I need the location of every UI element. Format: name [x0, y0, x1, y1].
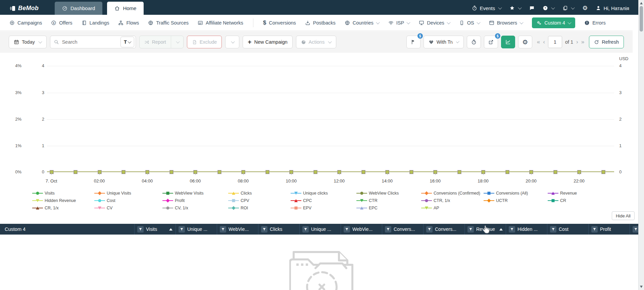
last-page-button[interactable]: » — [581, 39, 584, 45]
user-menu[interactable]: Hi, Наталія — [596, 5, 629, 11]
column-header-overflow[interactable] — [630, 224, 638, 235]
legend-item-cr[interactable]: CR — [548, 198, 566, 203]
legend-item-conversions-all[interactable]: Conversions (All) — [484, 191, 528, 196]
column-header-convers[interactable]: Convers... — [423, 224, 464, 235]
legend-item-ctr[interactable]: CTR — [356, 198, 378, 203]
search-type-button[interactable]: T — [120, 37, 134, 47]
nav-item-isp[interactable]: ISP — [388, 20, 410, 26]
legend-item-cv[interactable]: CV — [94, 205, 112, 211]
column-header-convers[interactable]: Convers... — [382, 224, 423, 235]
filter-funnel-icon[interactable] — [344, 226, 350, 233]
scroll-up-icon[interactable] — [640, 2, 643, 4]
report-dropdown-button[interactable] — [171, 36, 183, 48]
nav-item-devices[interactable]: Devices — [419, 20, 450, 26]
legend-item-epv[interactable]: EPV — [291, 205, 311, 211]
legend-item-profit[interactable]: Profit — [162, 198, 185, 203]
nav-item-postbacks[interactable]: Postbacks — [305, 20, 336, 26]
hide-all-button[interactable]: Hide All — [612, 211, 635, 220]
chat-button[interactable] — [529, 5, 535, 11]
legend-item-cr-1-x[interactable]: CR, 1/x — [32, 205, 59, 211]
legend-item-epc[interactable]: EPC — [356, 205, 378, 211]
help-dropdown[interactable]: ? — [543, 5, 554, 11]
filter-funnel-icon[interactable] — [467, 226, 474, 233]
scrollbar-thumb[interactable] — [640, 6, 643, 32]
column-settings-button[interactable]: ⚙ — [518, 36, 532, 48]
scroll-down-icon[interactable] — [640, 286, 643, 288]
nav-item-flows[interactable]: Flows — [118, 20, 139, 26]
legend-item-webview-clicks[interactable]: WebView Clicks — [356, 191, 399, 196]
chart-toggle-button[interactable] — [501, 36, 515, 48]
first-page-button[interactable]: « — [537, 39, 540, 45]
legend-item-clicks[interactable]: Clicks — [228, 191, 252, 196]
quick-view-button[interactable] — [467, 36, 481, 48]
table-group-column[interactable]: Custom 4 — [0, 224, 134, 235]
legend-item-cost[interactable]: Cost — [94, 198, 115, 203]
legend-item-unique-visits[interactable]: Unique Visits — [94, 191, 131, 196]
legend-item-cpv[interactable]: CPV — [228, 198, 249, 203]
filter-funnel-icon[interactable] — [179, 226, 185, 233]
docs-dropdown[interactable] — [562, 5, 574, 11]
filter-funnel-icon[interactable] — [509, 226, 515, 233]
column-header-revenue[interactable]: Revenue — [464, 224, 506, 235]
settings-button[interactable]: ⚙ — [582, 5, 588, 11]
legend-item-visits[interactable]: Visits — [32, 191, 55, 196]
nav-item-countries[interactable]: Countries — [345, 20, 379, 26]
favorites-dropdown[interactable] — [509, 5, 521, 11]
exclude-dropdown-button[interactable] — [225, 36, 239, 48]
legend-item-webview-visits[interactable]: WebView Visits — [162, 191, 203, 196]
bemob-logo[interactable]: BeMob — [10, 5, 39, 12]
legend-item-conversions-confirmed[interactable]: Conversions (Confirmed) — [421, 191, 480, 196]
nav-item-affiliate-networks[interactable]: Affiliate Networks — [198, 20, 243, 26]
nav-item-conversions[interactable]: $Conversions — [263, 20, 296, 26]
column-header-visits[interactable]: Visits — [134, 224, 176, 235]
filter-funnel-icon[interactable] — [591, 226, 598, 233]
filter-funnel-icon[interactable] — [426, 226, 433, 233]
column-header-profit[interactable]: Profit — [588, 224, 630, 235]
legend-item-roi[interactable]: ROI — [228, 205, 248, 211]
search-input[interactable] — [61, 39, 118, 45]
tab-dashboard[interactable]: Dashboard — [55, 2, 102, 15]
legend-item-ap[interactable]: AP — [421, 205, 439, 211]
column-header-cost[interactable]: Cost — [547, 224, 588, 235]
nav-item-landings[interactable]: Landings — [82, 20, 109, 26]
vertical-scrollbar[interactable] — [638, 0, 644, 290]
nav-item-offers[interactable]: $Offers — [51, 20, 72, 26]
column-header-hidden[interactable]: Hidden ... — [506, 224, 547, 235]
filter-funnel-icon[interactable] — [385, 226, 391, 233]
report-button[interactable]: Report — [140, 36, 171, 48]
tab-home[interactable]: Home — [107, 2, 144, 15]
legend-item-revenue[interactable]: Revenue — [548, 191, 577, 196]
column-header-webvie[interactable]: WebVie... — [341, 224, 382, 235]
prev-page-button[interactable]: ‹ — [543, 39, 545, 45]
nav-item-campaigns[interactable]: Campaigns — [9, 20, 42, 26]
nav-item-browsers[interactable]: Browsers — [489, 20, 523, 26]
legend-item-unique-clicks[interactable]: Unique clicks — [291, 191, 328, 196]
nav-item-traffic-sources[interactable]: Traffic Sources — [148, 20, 189, 26]
date-range-button[interactable]: Today — [9, 36, 47, 48]
nav-item-os[interactable]: OS — [459, 20, 480, 26]
legend-item-uctr[interactable]: UCTR — [484, 198, 508, 203]
legend-item-cpc[interactable]: CPC — [291, 198, 312, 203]
legend-item-cv-1-x[interactable]: CV, 1/x — [162, 205, 188, 211]
nav-item-errors[interactable]: Errors — [584, 20, 605, 26]
filter-funnel-icon[interactable] — [302, 226, 309, 233]
filter-funnel-icon[interactable] — [137, 226, 144, 233]
page-input[interactable] — [548, 36, 562, 48]
events-dropdown[interactable]: Events — [472, 5, 501, 11]
traffic-filter-dropdown[interactable]: With Tra... — [424, 36, 464, 48]
flag-filter-button[interactable]: $ — [406, 36, 420, 48]
export-button[interactable]: $ — [484, 36, 498, 48]
filter-funnel-icon[interactable] — [633, 226, 638, 233]
refresh-button[interactable]: Refresh — [589, 36, 624, 48]
exclude-button[interactable]: Exclude — [187, 36, 222, 48]
column-header-webvie[interactable]: WebVie... — [217, 224, 258, 235]
filter-funnel-icon[interactable] — [261, 226, 267, 233]
nav-item-custom-4[interactable]: Custom 4 — [532, 17, 575, 28]
filter-funnel-icon[interactable] — [550, 226, 556, 233]
column-header-unique[interactable]: Unique ... — [176, 224, 217, 235]
legend-item-hidden-revenue[interactable]: Hidden Revenue — [32, 198, 76, 203]
next-page-button[interactable]: › — [576, 39, 578, 45]
actions-button[interactable]: Actions — [296, 36, 337, 48]
column-header-unique[interactable]: Unique ... — [299, 224, 341, 235]
new-campaign-button[interactable]: + New Campaign — [243, 36, 292, 48]
